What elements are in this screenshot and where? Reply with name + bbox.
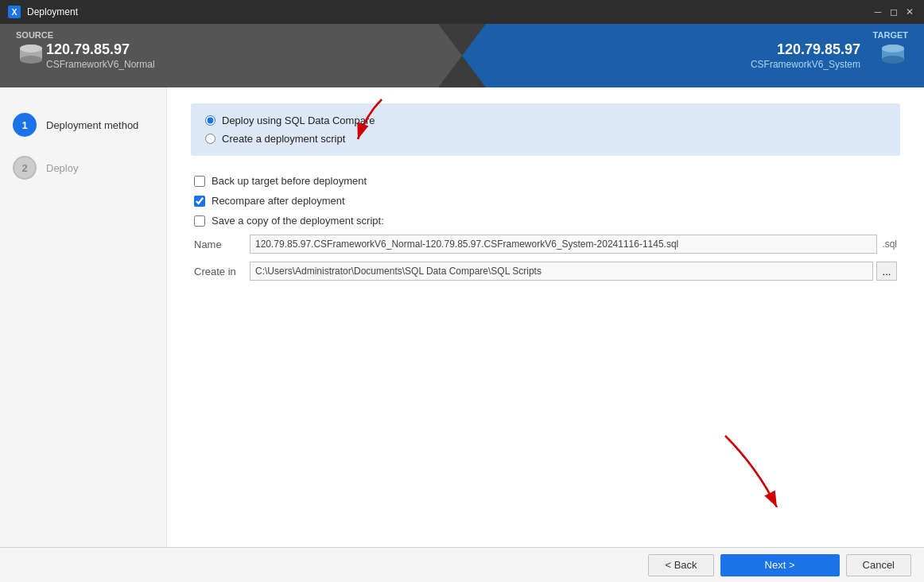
backup-checkbox[interactable] [194,176,205,187]
svg-point-5 [20,45,42,52]
svg-text:X: X [12,8,17,17]
create-in-row: Create in ... [194,262,897,281]
save-copy-checkbox[interactable] [194,215,205,227]
next-button[interactable]: Next > [720,554,840,576]
target-label: Target [873,30,908,40]
deployment-method-section: Deploy using SQL Data Compare Create a d… [191,103,900,156]
create-script-label[interactable]: Create a deployment script [222,133,345,145]
target-db-info: 120.79.85.97 CSFrameworkV6_System [751,41,860,70]
name-label: Name [194,239,250,250]
step-2-label: Deploy [46,162,78,174]
save-copy-option[interactable]: Save a copy of the deployment script: [194,215,897,227]
recompare-label[interactable]: Recompare after deployment [212,195,345,207]
step-1-item[interactable]: 1 Deployment method [0,103,166,146]
target-db-icon [878,41,908,71]
target-ip: 120.79.85.97 [777,41,860,59]
create-script-radio[interactable] [205,134,215,144]
recompare-checkbox[interactable] [194,196,205,207]
minimize-button[interactable]: ─ [872,6,884,18]
close-button[interactable]: ✕ [903,6,916,18]
create-in-label: Create in [194,266,250,277]
svg-point-8 [882,56,904,64]
source-panel: Source 120.79.85.97 CSFrameworkV6_Normal [0,24,462,87]
source-db-info: 120.79.85.97 CSFrameworkV6_Normal [46,41,155,70]
maximize-button[interactable]: ◻ [887,6,900,18]
source-target-header: Source 120.79.85.97 CSFrameworkV6_Normal… [0,24,924,87]
source-db-icon [16,41,46,71]
window-controls: ─ ◻ ✕ [872,6,916,18]
step-2-item[interactable]: 2 Deploy [0,146,166,189]
recompare-option[interactable]: Recompare after deployment [194,195,897,207]
deploy-sql-label[interactable]: Deploy using SQL Data Compare [222,114,375,126]
step-2-circle: 2 [13,156,37,180]
step-1-circle: 1 [13,113,37,137]
cancel-button[interactable]: Cancel [846,554,911,576]
name-row: Name .sql [194,235,897,254]
backup-option[interactable]: Back up target before deployment [194,175,897,187]
content-panel: Deploy using SQL Data Compare Create a d… [167,87,924,547]
target-db-name: CSFrameworkV6_System [751,59,860,70]
main-area: 1 Deployment method 2 Deploy Deplo [0,87,924,547]
create-in-input[interactable] [250,262,873,281]
source-ip: 120.79.85.97 [46,41,155,59]
window-title: Deployment [27,6,872,17]
options-section: Back up target before deployment Recompa… [191,175,900,281]
sidebar: 1 Deployment method 2 Deploy [0,87,167,547]
footer: < Back Next > Cancel [0,547,924,582]
deploy-sql-radio[interactable] [205,115,215,126]
source-db-name: CSFrameworkV6_Normal [46,59,155,70]
backup-label[interactable]: Back up target before deployment [212,175,367,187]
svg-point-9 [882,45,904,52]
target-panel: Target 120.79.85.97 CSFrameworkV6_System [462,24,924,87]
deploy-sql-option[interactable]: Deploy using SQL Data Compare [205,114,886,126]
name-input[interactable] [250,235,877,254]
annotation-arrow-bottom [701,428,797,523]
step-1-label: Deployment method [46,119,138,131]
app-icon: X [8,6,21,18]
source-label: Source [16,30,53,40]
create-script-option[interactable]: Create a deployment script [205,133,886,145]
name-suffix: .sql [882,239,897,250]
back-button[interactable]: < Back [648,554,713,576]
save-copy-label[interactable]: Save a copy of the deployment script: [212,215,384,227]
browse-button[interactable]: ... [876,262,897,281]
title-bar: X Deployment ─ ◻ ✕ [0,0,924,24]
svg-point-4 [20,56,42,64]
